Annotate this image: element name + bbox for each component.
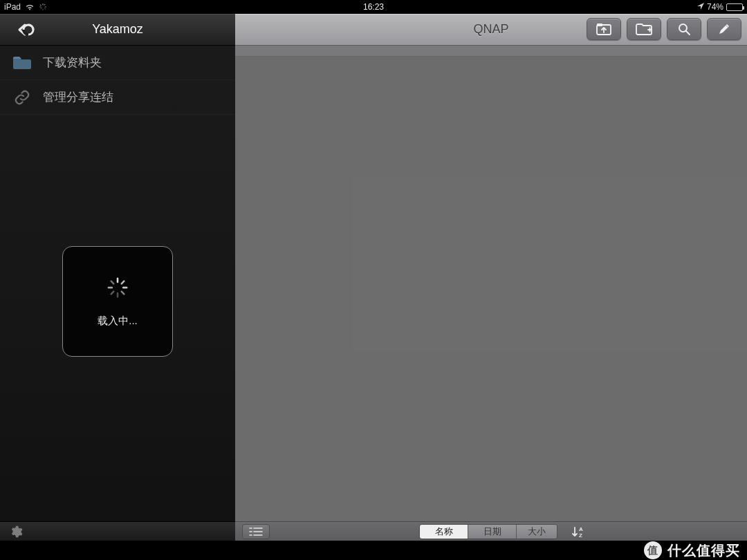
sort-seg-label: 大小 <box>528 525 546 538</box>
sidebar-title: Yakamoz <box>92 22 143 37</box>
watermark-text: 什么值得买 <box>667 541 740 560</box>
sort-seg-label: 名称 <box>435 525 453 538</box>
watermark-badge: 值 <box>644 541 662 559</box>
sort-seg-name[interactable]: 名称 <box>420 525 468 539</box>
main-panel: QNAP 名称 <box>235 14 747 541</box>
header-toolbar <box>587 18 741 40</box>
svg-text:Z: Z <box>579 532 582 538</box>
svg-rect-3 <box>45 7 47 8</box>
svg-rect-17 <box>108 286 113 288</box>
status-bar-right: 74% <box>697 2 743 12</box>
svg-rect-9 <box>117 277 119 283</box>
svg-rect-0 <box>43 3 44 6</box>
svg-rect-16 <box>110 290 115 295</box>
list-view-button[interactable] <box>242 524 270 539</box>
svg-rect-6 <box>44 4 45 6</box>
sidebar-footer <box>0 521 235 541</box>
sidebar: Yakamoz 下载资料夹 管理分享连结 <box>0 14 235 541</box>
sort-seg-size[interactable]: 大小 <box>517 525 557 539</box>
sidebar-item-share-links[interactable]: 管理分享连结 <box>0 80 235 115</box>
svg-rect-13 <box>120 279 125 284</box>
spinner-icon <box>106 276 129 299</box>
link-icon <box>12 89 32 106</box>
battery-icon <box>726 3 743 11</box>
svg-rect-18 <box>110 279 115 284</box>
svg-rect-15 <box>120 290 125 295</box>
edit-button[interactable] <box>707 18 741 40</box>
sort-seg-label: 日期 <box>483 525 501 538</box>
sidebar-item-downloads[interactable]: 下载资料夹 <box>0 46 235 80</box>
watermark: 值 什么值得买 <box>637 541 747 560</box>
svg-rect-14 <box>122 286 128 288</box>
app-root: Yakamoz 下载资料夹 管理分享连结 <box>0 14 747 541</box>
main-subheader <box>235 46 747 57</box>
svg-rect-7 <box>40 8 42 9</box>
svg-rect-10 <box>117 292 119 297</box>
status-bar: iPad 16:23 74% <box>0 0 747 14</box>
svg-rect-4 <box>40 4 42 6</box>
svg-rect-5 <box>44 8 46 9</box>
new-folder-button[interactable] <box>627 18 661 40</box>
main-footer: 名称 日期 大小 AZ <box>235 521 747 541</box>
wifi-icon <box>25 3 35 10</box>
settings-button[interactable] <box>7 523 25 541</box>
search-button[interactable] <box>667 18 701 40</box>
device-label: iPad <box>4 2 21 12</box>
svg-text:A: A <box>579 526 583 532</box>
sort-segmented: 名称 日期 大小 <box>419 524 557 539</box>
folder-icon <box>12 56 32 70</box>
sidebar-item-label: 管理分享连结 <box>43 89 113 105</box>
main-title: QNAP <box>473 22 508 37</box>
sidebar-item-label: 下载资料夹 <box>43 55 102 71</box>
svg-rect-1 <box>43 9 44 11</box>
svg-rect-2 <box>39 7 42 8</box>
main-header: QNAP <box>235 14 747 46</box>
loading-label: 载入中... <box>98 315 138 328</box>
svg-rect-20 <box>597 24 602 26</box>
loading-modal: 载入中... <box>62 246 173 357</box>
sort-direction-button[interactable]: AZ <box>569 524 589 539</box>
main-content <box>235 57 747 521</box>
status-time: 16:23 <box>0 2 747 12</box>
status-bar-left: iPad <box>4 2 47 12</box>
sort-seg-date[interactable]: 日期 <box>468 525 517 539</box>
upload-button[interactable] <box>587 18 621 40</box>
sidebar-header: Yakamoz <box>0 14 235 46</box>
location-icon <box>697 2 704 12</box>
status-spinner-icon <box>39 3 47 11</box>
battery-percent: 74% <box>707 2 723 12</box>
back-button[interactable] <box>4 14 40 45</box>
